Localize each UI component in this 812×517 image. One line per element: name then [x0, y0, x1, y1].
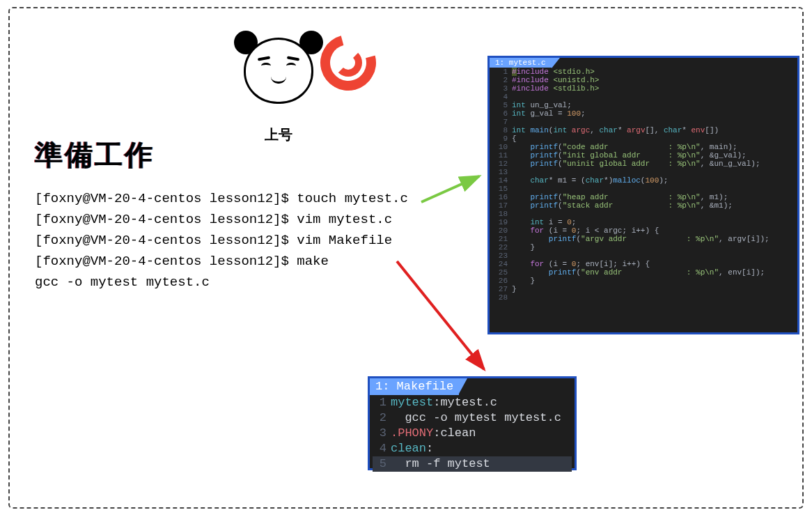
code-line: 16 printf("heap addr : %p\n", m1);: [492, 193, 795, 201]
swirl-logo: [320, 35, 376, 91]
svg-line-1: [397, 261, 484, 369]
editor-tab: 1: mytest.c: [490, 58, 552, 68]
terminal-line: [foxny@VM-20-4-centos lesson12]$ vim Mak…: [35, 230, 408, 251]
code-line: 7: [492, 118, 795, 126]
code-line: 14 char* m1 = (char*)malloc(100);: [492, 176, 795, 185]
code-line: 26 }: [492, 277, 795, 285]
terminal-line: [foxny@VM-20-4-centos lesson12]$ make: [35, 251, 408, 272]
code-line: 22 }: [492, 243, 795, 252]
terminal-line: [foxny@VM-20-4-centos lesson12]$ touch m…: [35, 188, 408, 209]
code-line: 1#include <stdio.h>: [492, 68, 795, 76]
code-line: 2#include <unistd.h>: [492, 76, 795, 84]
code-body: 1mytest:mytest.c2 gcc -o mytest mytest.c…: [370, 395, 575, 474]
code-line: 13: [492, 168, 795, 176]
heading: 準備工作: [35, 136, 155, 174]
code-line: 21 printf("argv addr : %p\n", argv[i]);: [492, 235, 795, 243]
code-line: 20 for (i = 0; i < argc; i++) {: [492, 226, 795, 235]
code-panel-mytest: 1: mytest.c 1#include <stdio.h>2#include…: [487, 56, 799, 334]
code-line: 9{: [492, 134, 795, 143]
code-line: 3.PHONY:clean: [373, 426, 572, 441]
code-line: 5int un_g_val;: [492, 101, 795, 109]
terminal-output: gcc -o mytest mytest.c: [35, 272, 408, 293]
code-body: 1#include <stdio.h>2#include <unistd.h>3…: [490, 68, 797, 304]
code-line: 3#include <stdlib.h>: [492, 84, 795, 93]
code-line: 17 printf("stack addr : %p\n", &m1);: [492, 201, 795, 210]
code-line: 5 rm -f mytest: [373, 456, 572, 472]
green-arrow: [418, 171, 487, 206]
code-line: 2 gcc -o mytest mytest.c: [373, 410, 572, 426]
code-line: 12 printf("uninit global addr : %p\n", &…: [492, 160, 795, 168]
code-line: 4clean:: [373, 441, 572, 456]
code-line: 23: [492, 252, 795, 260]
code-line: 25 printf("env addr : %p\n", env[i]);: [492, 268, 795, 277]
code-line: 18: [492, 210, 795, 218]
code-line: 1mytest:mytest.c: [373, 395, 572, 410]
code-line: 15: [492, 185, 795, 193]
code-line: 4: [492, 93, 795, 101]
terminal-block: [foxny@VM-20-4-centos lesson12]$ touch m…: [35, 188, 408, 293]
code-line: 28: [492, 293, 795, 302]
code-line: 11 printf("init global addr : %p\n", &g_…: [492, 151, 795, 160]
red-arrow: [390, 258, 494, 376]
svg-line-0: [421, 176, 479, 202]
code-line: 10 printf("code addr : %p\n", main);: [492, 143, 795, 151]
panda-caption: 上号: [223, 125, 334, 144]
code-line: 19 int i = 0;: [492, 218, 795, 226]
editor-tab: 1: Makefile: [370, 378, 459, 395]
code-line: 6int g_val = 100;: [492, 109, 795, 118]
code-line: 24 for (i = 0; env[i]; i++) {: [492, 260, 795, 268]
code-line: 27}: [492, 285, 795, 293]
panda-meme: 上号: [223, 35, 334, 160]
code-line: 8int main(int argc, char* argv[], char* …: [492, 126, 795, 134]
panda-face: [237, 35, 320, 118]
terminal-line: [foxny@VM-20-4-centos lesson12]$ vim myt…: [35, 209, 408, 230]
code-panel-makefile: 1: Makefile 1mytest:mytest.c2 gcc -o myt…: [368, 376, 577, 470]
